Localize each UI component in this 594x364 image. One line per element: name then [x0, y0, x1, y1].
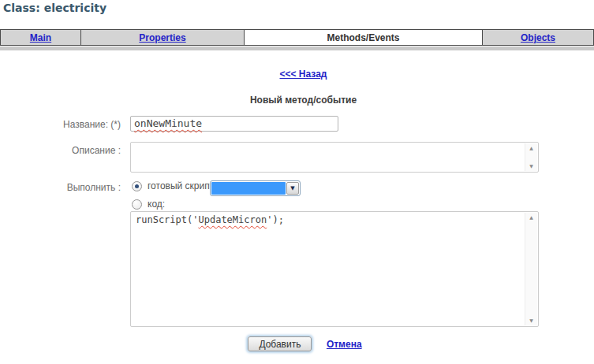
back-link[interactable]: <<< Назад	[280, 69, 327, 80]
execute-label: Выполнить :	[0, 182, 121, 193]
code-radio[interactable]	[132, 199, 142, 210]
name-input-value: onNewMinute	[134, 117, 202, 129]
code-prefix: runScript('	[136, 214, 198, 225]
description-textarea[interactable]: ▲ ▼	[130, 142, 539, 173]
script-select-button[interactable]: ▼	[286, 182, 299, 195]
back-link-row: <<< Назад	[0, 66, 594, 80]
tab-methods-events-label: Methods/Events	[327, 32, 399, 43]
code-line: runScript('UpdateMicron');	[131, 212, 538, 226]
name-label: Название: (*)	[0, 119, 121, 130]
code-option-row: код:	[132, 199, 165, 210]
tab-strip: Main Properties Methods/Events Objects	[0, 29, 594, 46]
tab-underline-band	[0, 46, 594, 50]
scroll-up-icon[interactable]: ▲	[529, 146, 533, 150]
ready-script-radio-label: готовый скрипт:	[148, 180, 217, 191]
tab-methods-events: Methods/Events	[245, 29, 483, 46]
description-label: Описание :	[0, 145, 121, 156]
script-select[interactable]: ▼	[210, 180, 301, 196]
ready-script-option-row: готовый скрипт:	[132, 180, 217, 191]
scroll-up-icon[interactable]: ▲	[529, 215, 533, 220]
tab-objects-label[interactable]: Objects	[521, 32, 555, 43]
scroll-down-icon[interactable]: ▼	[529, 318, 533, 323]
tab-objects[interactable]: Objects	[483, 29, 594, 46]
tab-main[interactable]: Main	[0, 29, 81, 46]
form-heading: Новый метод/событие	[0, 95, 594, 106]
form-actions-row: Добавить Отмена	[0, 336, 594, 351]
cancel-link[interactable]: Отмена	[327, 339, 362, 350]
tab-properties[interactable]: Properties	[81, 29, 245, 46]
scroll-down-icon[interactable]: ▼	[529, 164, 533, 169]
code-misspelled-word: UpdateMicron	[198, 214, 267, 225]
tab-properties-label[interactable]: Properties	[139, 32, 185, 43]
description-scrollbar[interactable]: ▲ ▼	[525, 143, 537, 171]
chevron-down-icon: ▼	[290, 186, 294, 191]
tab-main-label[interactable]: Main	[30, 32, 51, 43]
page-title: Class: electricity	[3, 2, 106, 14]
code-textarea[interactable]: runScript('UpdateMicron'); ▲ ▼	[130, 211, 539, 327]
code-suffix: ');	[267, 214, 284, 225]
code-scrollbar[interactable]: ▲ ▼	[525, 213, 537, 325]
name-input[interactable]: onNewMinute	[130, 116, 338, 132]
ready-script-radio[interactable]	[132, 181, 142, 191]
add-button[interactable]: Добавить	[248, 336, 312, 351]
script-select-value	[211, 182, 286, 195]
code-radio-label: код:	[148, 199, 165, 210]
